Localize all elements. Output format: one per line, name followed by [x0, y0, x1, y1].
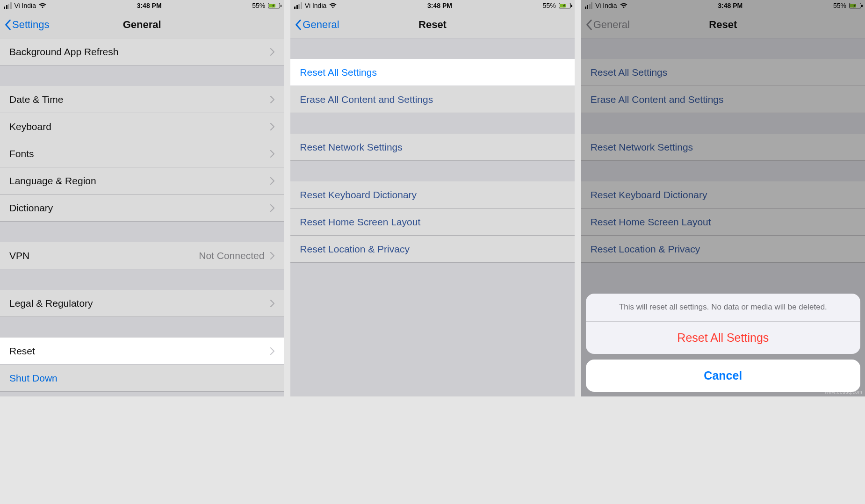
- action-sheet-destructive-button[interactable]: Reset All Settings: [586, 322, 860, 354]
- chevron-right-icon: [270, 177, 274, 185]
- action-sheet-cancel-button[interactable]: Cancel: [586, 360, 860, 392]
- row-legal-regulatory[interactable]: Legal & Regulatory: [0, 290, 284, 317]
- row-background-app-refresh[interactable]: Background App Refresh: [0, 38, 284, 65]
- row-erase-all-content[interactable]: Erase All Content and Settings: [581, 86, 865, 113]
- screen-reset-list: Vi India 3:48 PM 55% ⚡︎ General Reset Re…: [290, 0, 574, 396]
- chevron-right-icon: [270, 150, 274, 158]
- row-label: Reset Location & Privacy: [300, 244, 410, 255]
- row-erase-all-content[interactable]: Erase All Content and Settings: [290, 86, 574, 113]
- chevron-right-icon: [270, 347, 274, 355]
- nav-bar: General Reset: [581, 11, 865, 38]
- action-sheet-card: This will reset all settings. No data or…: [586, 294, 860, 354]
- row-reset-all-settings[interactable]: Reset All Settings: [581, 59, 865, 86]
- status-time: 3:48 PM: [718, 2, 742, 9]
- row-label: Reset Location & Privacy: [591, 244, 700, 255]
- battery-icon: ⚡︎: [268, 3, 280, 8]
- back-label: General: [303, 19, 339, 31]
- chevron-right-icon: [270, 96, 274, 103]
- row-label: Reset All Settings: [300, 67, 377, 78]
- row-reset-home-screen-layout[interactable]: Reset Home Screen Layout: [290, 209, 574, 236]
- back-label: General: [593, 19, 630, 31]
- nav-title: Reset: [709, 19, 737, 31]
- row-label: Reset Keyboard Dictionary: [591, 189, 707, 201]
- back-button[interactable]: General: [295, 19, 339, 31]
- carrier-label: Vi India: [14, 2, 36, 9]
- chevron-left-icon: [295, 20, 302, 30]
- row-reset-location-privacy[interactable]: Reset Location & Privacy: [581, 236, 865, 263]
- back-button[interactable]: Settings: [5, 19, 50, 31]
- back-label: Settings: [12, 19, 50, 31]
- nav-title: General: [123, 19, 161, 31]
- status-time: 3:48 PM: [427, 2, 452, 9]
- row-reset-all-settings[interactable]: Reset All Settings: [290, 59, 574, 86]
- row-shut-down[interactable]: Shut Down: [0, 365, 284, 392]
- row-label: Reset Home Screen Layout: [591, 216, 711, 228]
- nav-title: Reset: [418, 19, 447, 31]
- battery-icon: ⚡︎: [849, 3, 861, 8]
- chevron-right-icon: [270, 48, 274, 56]
- row-label: Date & Time: [9, 94, 64, 105]
- screen-general-settings: Vi India 3:48 PM 55% ⚡︎ Settings General…: [0, 0, 284, 396]
- chevron-right-icon: [270, 300, 274, 307]
- status-bar: Vi India 3:48 PM 55% ⚡︎: [0, 0, 284, 11]
- action-sheet: This will reset all settings. No data or…: [586, 294, 860, 392]
- carrier-label: Vi India: [595, 2, 617, 9]
- row-label: Dictionary: [9, 202, 53, 214]
- wifi-icon: [620, 3, 627, 8]
- row-keyboard[interactable]: Keyboard: [0, 113, 284, 140]
- row-label: Reset Network Settings: [300, 142, 402, 153]
- row-label: Reset Network Settings: [591, 142, 693, 153]
- battery-pct: 55%: [543, 2, 556, 9]
- row-fonts[interactable]: Fonts: [0, 140, 284, 167]
- carrier-label: Vi India: [305, 2, 326, 9]
- row-date-time[interactable]: Date & Time: [0, 86, 284, 113]
- row-label: Legal & Regulatory: [9, 298, 93, 309]
- chevron-right-icon: [270, 204, 274, 212]
- chevron-left-icon: [5, 20, 11, 30]
- battery-pct: 55%: [252, 2, 265, 9]
- chevron-left-icon: [586, 20, 592, 30]
- row-label: VPN: [9, 250, 29, 261]
- row-label: Erase All Content and Settings: [591, 94, 724, 105]
- signal-icon: [585, 2, 593, 9]
- chevron-right-icon: [270, 252, 274, 259]
- row-label: Shut Down: [9, 373, 58, 384]
- row-reset-keyboard-dictionary[interactable]: Reset Keyboard Dictionary: [290, 181, 574, 209]
- signal-icon: [294, 2, 302, 9]
- row-label: Erase All Content and Settings: [300, 94, 433, 105]
- status-bar: Vi India 3:48 PM 55% ⚡︎: [581, 0, 865, 11]
- row-reset-location-privacy[interactable]: Reset Location & Privacy: [290, 236, 574, 263]
- status-time: 3:48 PM: [137, 2, 162, 9]
- row-label: Fonts: [9, 148, 34, 159]
- row-label: Keyboard: [9, 121, 51, 132]
- row-language-region[interactable]: Language & Region: [0, 167, 284, 194]
- row-label: Reset: [9, 346, 35, 357]
- battery-icon: ⚡︎: [559, 3, 571, 8]
- row-label: Background App Refresh: [9, 46, 118, 58]
- nav-bar: General Reset: [290, 11, 574, 38]
- back-button[interactable]: General: [586, 19, 630, 31]
- wifi-icon: [39, 3, 46, 8]
- row-label: Reset All Settings: [591, 67, 668, 78]
- row-reset-network-settings[interactable]: Reset Network Settings: [581, 134, 865, 161]
- row-label: Language & Region: [9, 175, 96, 187]
- row-dictionary[interactable]: Dictionary: [0, 194, 284, 222]
- row-reset[interactable]: Reset: [0, 338, 284, 365]
- row-label: Reset Home Screen Layout: [300, 216, 420, 228]
- screen-reset-confirm: Vi India 3:48 PM 55% ⚡︎ General Reset Re…: [581, 0, 865, 396]
- row-reset-keyboard-dictionary[interactable]: Reset Keyboard Dictionary: [581, 181, 865, 209]
- row-label: Reset Keyboard Dictionary: [300, 189, 417, 201]
- status-bar: Vi India 3:48 PM 55% ⚡︎: [290, 0, 574, 11]
- wifi-icon: [329, 3, 337, 8]
- row-detail: Not Connected: [199, 250, 264, 261]
- nav-bar: Settings General: [0, 11, 284, 38]
- row-vpn[interactable]: VPN Not Connected: [0, 242, 284, 269]
- chevron-right-icon: [270, 123, 274, 130]
- row-reset-network-settings[interactable]: Reset Network Settings: [290, 134, 574, 161]
- row-reset-home-screen-layout[interactable]: Reset Home Screen Layout: [581, 209, 865, 236]
- battery-pct: 55%: [833, 2, 846, 9]
- signal-icon: [4, 2, 12, 9]
- action-sheet-message: This will reset all settings. No data or…: [586, 294, 860, 322]
